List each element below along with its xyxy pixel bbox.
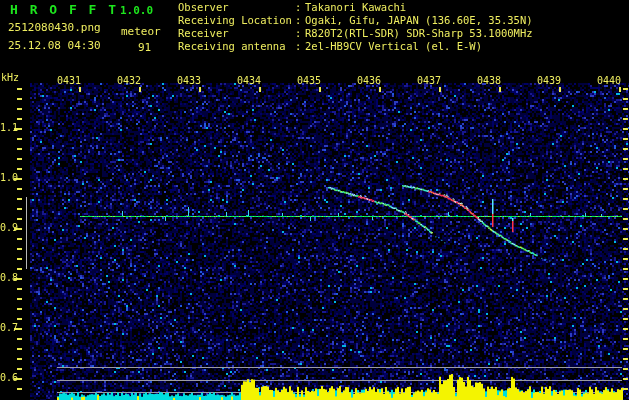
freq-axis-unit: kHz <box>1 72 19 83</box>
station-info-block: Observer:Takanori KawachiReceiving Locat… <box>178 1 533 53</box>
info-label-observer: Observer <box>178 1 295 14</box>
info-value-receiving-location: Ogaki, Gifu, JAPAN (136.60E, 35.35N) <box>305 14 533 26</box>
freq-label-1.0: 1.0 <box>0 173 14 183</box>
output-filename: 2512080430.png <box>8 21 101 34</box>
freq-label-0.6: 0.6 <box>0 373 14 383</box>
freq-label-0.8: 0.8 <box>0 273 14 283</box>
info-separator: : <box>295 27 305 40</box>
meteor-count: 91 <box>138 41 151 54</box>
time-label-0435: 0435 <box>296 76 322 86</box>
time-label-0436: 0436 <box>356 76 382 86</box>
info-row-receiving-antenna: Receiving antenna:2el-HB9CV Vertical (el… <box>178 40 533 53</box>
time-label-0440: 0440 <box>596 76 622 86</box>
info-label-receiving-location: Receiving Location <box>178 14 295 27</box>
info-separator: : <box>295 14 305 27</box>
app-version: 1.0.0 <box>120 4 153 17</box>
time-label-0431: 0431 <box>56 76 82 86</box>
info-value-observer: Takanori Kawachi <box>305 1 406 13</box>
info-separator: : <box>295 1 305 14</box>
freq-label-0.9: 0.9 <box>0 223 14 233</box>
info-row-observer: Observer:Takanori Kawachi <box>178 1 533 14</box>
info-value-receiving-antenna: 2el-HB9CV Vertical (el. E-W) <box>305 40 482 52</box>
time-label-0434: 0434 <box>236 76 262 86</box>
hrofft-window: H R O F F T 1.0.0 2512080430.png meteor … <box>0 0 629 400</box>
info-label-receiver: Receiver <box>178 27 295 40</box>
time-label-0433: 0433 <box>176 76 202 86</box>
spectrogram-canvas <box>0 0 629 400</box>
time-label-0437: 0437 <box>416 76 442 86</box>
mode-label: meteor <box>121 25 161 38</box>
info-row-receiving-location: Receiving Location:Ogaki, Gifu, JAPAN (1… <box>178 14 533 27</box>
app-title: H R O F F T <box>10 2 118 17</box>
date-time: 25.12.08 04:30 <box>8 39 101 52</box>
time-label-0432: 0432 <box>116 76 142 86</box>
info-value-receiver: R820T2(RTL-SDR) SDR-Sharp 53.1000MHz <box>305 27 533 39</box>
freq-label-0.7: 0.7 <box>0 323 14 333</box>
info-separator: : <box>295 40 305 53</box>
freq-label-1.1: 1.1 <box>0 123 14 133</box>
time-label-0439: 0439 <box>536 76 562 86</box>
info-row-receiver: Receiver:R820T2(RTL-SDR) SDR-Sharp 53.10… <box>178 27 533 40</box>
info-label-receiving-antenna: Receiving antenna <box>178 40 295 53</box>
time-label-0438: 0438 <box>476 76 502 86</box>
